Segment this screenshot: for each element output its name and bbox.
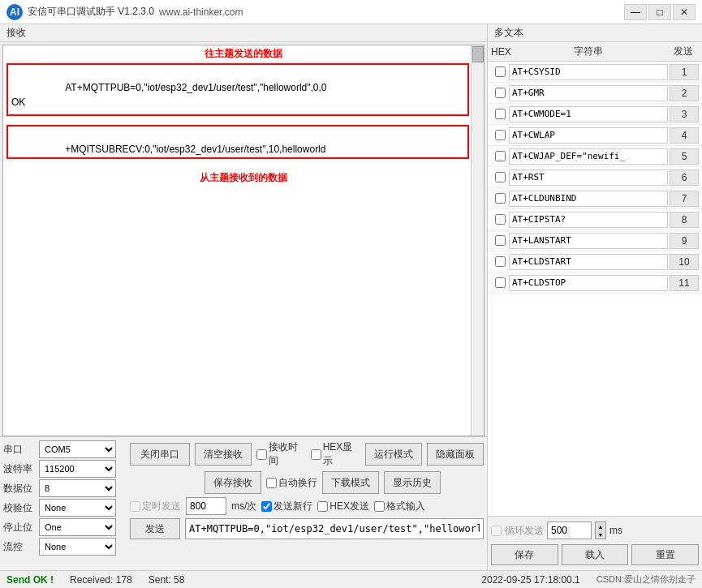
close-port-button[interactable]: 关闭串口 xyxy=(130,443,190,466)
spinner-down-button[interactable]: ▼ xyxy=(596,530,605,539)
row-send-num[interactable]: 11 xyxy=(670,275,699,291)
multitext-row: 9 xyxy=(488,230,702,251)
send-button[interactable]: 发送 xyxy=(130,518,180,539)
stop-label: 停止位 xyxy=(3,521,37,534)
received-status: Received: 178 xyxy=(70,574,132,586)
format-input-checkbox-label[interactable]: 格式输入 xyxy=(374,500,425,513)
main-area: 接收 往主题发送的数据 AT+MQTTPUB=0,"iot/esp32_dev1… xyxy=(0,24,702,570)
row-checkbox[interactable] xyxy=(495,172,506,182)
timed-value-input[interactable] xyxy=(186,497,226,515)
hex-display-checkbox[interactable] xyxy=(311,449,321,460)
multitext-row: 5 xyxy=(488,146,702,167)
spinner-up-button[interactable]: ▲ xyxy=(596,522,605,530)
multitext-label: 多文本 xyxy=(494,26,523,40)
row-send-num[interactable]: 4 xyxy=(670,127,699,144)
show-history-button[interactable]: 显示历史 xyxy=(384,471,441,494)
row-input[interactable] xyxy=(509,64,668,80)
send-ok-status: Send OK ! xyxy=(6,574,54,586)
stop-select[interactable]: One xyxy=(39,518,116,536)
hide-panel-button[interactable]: 隐藏面板 xyxy=(427,443,484,466)
loop-spinner[interactable]: ▲ ▼ xyxy=(595,521,606,539)
row-input[interactable] xyxy=(509,170,668,186)
loop-label: 循环发送 xyxy=(505,524,544,538)
multitext-row: 4 xyxy=(488,125,702,146)
row-send-num[interactable]: 2 xyxy=(670,85,699,101)
receive-time-checkbox-label[interactable]: 接收时间 xyxy=(256,440,306,468)
check-select[interactable]: None xyxy=(39,499,116,517)
hex-display-checkbox-label[interactable]: HEX显示 xyxy=(311,440,360,468)
send-newline-checkbox-label[interactable]: 发送新行 xyxy=(261,500,312,513)
row-send-num[interactable]: 10 xyxy=(670,254,699,270)
loop-value-input[interactable] xyxy=(547,521,592,539)
row-input[interactable] xyxy=(509,127,668,144)
port-row: 串口 COM5 xyxy=(3,440,125,458)
loop-send-checkbox[interactable] xyxy=(491,526,502,536)
multitext-row: 2 xyxy=(488,83,702,104)
baud-label: 波特率 xyxy=(3,462,37,476)
close-button[interactable]: ✕ xyxy=(673,4,696,20)
maximize-button[interactable]: □ xyxy=(648,4,671,20)
load-multitext-button[interactable]: 载入 xyxy=(562,544,629,565)
send-content-input[interactable] xyxy=(185,518,484,539)
app-url: www.ai-thinker.com xyxy=(159,6,243,18)
data-select[interactable]: 8 xyxy=(39,479,116,497)
timed-send-checkbox-label[interactable]: 定时发送 xyxy=(130,500,181,513)
clear-receive-button[interactable]: 清空接收 xyxy=(195,443,252,466)
row-input[interactable] xyxy=(509,85,668,101)
auto-newline-checkbox[interactable] xyxy=(266,478,277,488)
row-checkbox[interactable] xyxy=(495,193,506,204)
row-input[interactable] xyxy=(509,212,668,228)
multitext-col-headers: HEX 字符串 发送 xyxy=(488,42,702,62)
row-send-num[interactable]: 6 xyxy=(670,170,699,186)
save-receive-button[interactable]: 保存接收 xyxy=(205,471,261,494)
port-select[interactable]: COM5 xyxy=(39,440,116,458)
row-send-num[interactable]: 1 xyxy=(670,64,699,80)
baud-select[interactable]: 115200 xyxy=(39,460,116,478)
minimize-button[interactable]: — xyxy=(624,4,647,20)
row-send-num[interactable]: 5 xyxy=(670,148,699,165)
receive-scrollbar[interactable] xyxy=(471,45,484,436)
hex-send-checkbox[interactable] xyxy=(317,501,328,512)
loop-row: 循环发送 ▲ ▼ ms xyxy=(491,521,699,539)
row-send-num[interactable]: 8 xyxy=(670,212,699,228)
row-input[interactable] xyxy=(509,254,668,270)
format-input-checkbox[interactable] xyxy=(374,501,385,512)
row-checkbox[interactable] xyxy=(495,67,506,77)
row-send-num[interactable]: 3 xyxy=(670,106,699,122)
row-checkbox[interactable] xyxy=(495,88,506,98)
loop-unit-label: ms xyxy=(609,525,622,536)
multitext-row: 10 xyxy=(488,251,702,273)
receive-time-checkbox[interactable] xyxy=(256,449,267,460)
row-checkbox[interactable] xyxy=(495,214,506,225)
receive-label: 接收 xyxy=(6,26,26,40)
hex-send-checkbox-label[interactable]: HEX发送 xyxy=(317,500,369,513)
timed-send-checkbox[interactable] xyxy=(130,501,140,512)
row-input[interactable] xyxy=(509,233,668,249)
row-checkbox[interactable] xyxy=(495,109,506,119)
row-checkbox[interactable] xyxy=(495,277,506,288)
row-input[interactable] xyxy=(509,191,668,207)
row-send-num[interactable]: 7 xyxy=(670,191,699,207)
download-mode-button[interactable]: 下载模式 xyxy=(322,471,379,494)
row-send-num[interactable]: 9 xyxy=(670,233,699,249)
port-label: 串口 xyxy=(3,443,37,457)
right-panel: 多文本 HEX 字符串 发送 1234567891011 循环发送 ▲ xyxy=(487,24,702,570)
save-multitext-button[interactable]: 保存 xyxy=(491,544,558,565)
send-newline-checkbox[interactable] xyxy=(261,501,272,512)
reset-multitext-button[interactable]: 重置 xyxy=(631,544,699,565)
row-input[interactable] xyxy=(509,148,668,165)
row-input[interactable] xyxy=(509,275,668,291)
run-mode-button[interactable]: 运行模式 xyxy=(365,443,422,466)
received-annotation: 从主题接收到的数据 xyxy=(200,171,287,185)
auto-newline-checkbox-label[interactable]: 自动换行 xyxy=(266,476,317,490)
middle-controls: 关闭串口 清空接收 接收时间 HEX显示 运行模式 隐藏面板 xyxy=(130,440,484,539)
row-checkbox[interactable] xyxy=(495,235,506,246)
flow-select[interactable]: None xyxy=(39,538,116,556)
row-input[interactable] xyxy=(509,106,668,122)
row-checkbox[interactable] xyxy=(495,151,506,161)
check-label: 校验位 xyxy=(3,501,37,515)
row-checkbox[interactable] xyxy=(495,130,506,140)
row-checkbox[interactable] xyxy=(495,256,506,267)
multitext-row: 6 xyxy=(488,167,702,188)
status-bar: Send OK ! Received: 178 Sent: 58 2022-09… xyxy=(0,570,702,588)
